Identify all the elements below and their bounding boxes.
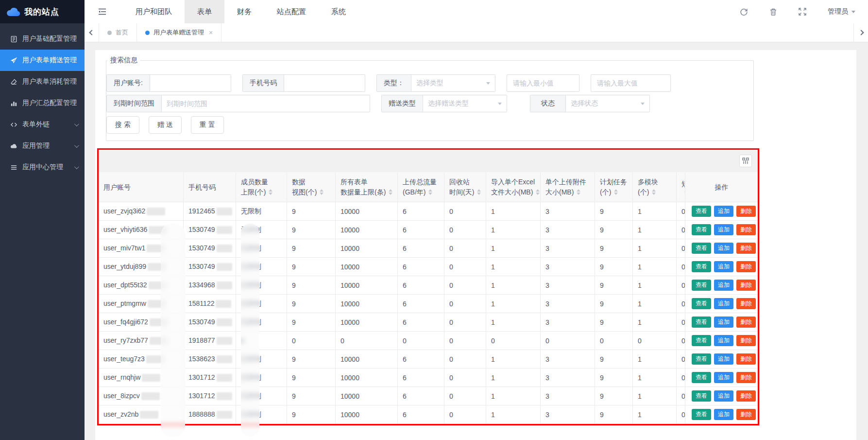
expire-range-input[interactable] [162, 95, 370, 112]
fullscreen-icon[interactable] [799, 8, 806, 16]
page-tab[interactable]: 用户表单赠送管理× [137, 23, 221, 42]
table-row: user_fq4gji6721530749无限制9100006013910查看追… [99, 313, 758, 332]
sort-icon[interactable] [652, 189, 656, 195]
delete-button[interactable]: 删除 [736, 298, 756, 309]
delete-button[interactable]: 删除 [736, 280, 756, 290]
user-dropdown[interactable]: 管理员 [828, 7, 855, 16]
value-cell: 6 [398, 405, 444, 424]
refresh-icon[interactable] [740, 8, 748, 16]
view-button[interactable]: 查看 [692, 243, 711, 253]
sort-icon[interactable] [428, 189, 432, 195]
top-nav-item[interactable]: 用户和团队 [123, 0, 185, 23]
status-select-value: 选择状态 [571, 99, 598, 108]
delete-button[interactable]: 删除 [736, 261, 756, 272]
column-header[interactable]: 导入单个Excel文件大小(MB) [486, 172, 541, 202]
sort-icon[interactable] [389, 189, 392, 195]
sort-icon[interactable] [536, 189, 540, 195]
column-header[interactable]: 多模块(个) [633, 172, 677, 202]
type-select[interactable]: 选择类型 [411, 75, 495, 91]
user-quota-table: 用户账号手机号码成员数量上限(个) 数据视图(个) 所有表单数据量上限(条) 上… [99, 172, 758, 424]
column-header[interactable]: 上传总流量(GB/年) [398, 172, 444, 202]
append-button[interactable]: 追加 [714, 298, 733, 309]
account-input[interactable] [150, 75, 231, 91]
tabs-scroll-left-icon[interactable] [85, 23, 99, 42]
sidebar-item[interactable]: 应用中心管理 [0, 157, 85, 178]
append-button[interactable]: 追加 [714, 335, 733, 346]
delete-button[interactable]: 删除 [736, 390, 756, 401]
append-button[interactable]: 追加 [714, 390, 733, 401]
column-header[interactable]: 成员数量上限(个) [236, 172, 287, 202]
append-button[interactable]: 追加 [714, 280, 733, 290]
status-select[interactable]: 选择状态 [566, 95, 649, 112]
view-button[interactable]: 查看 [692, 261, 711, 272]
delete-button[interactable]: 删除 [736, 335, 756, 346]
append-button[interactable]: 追加 [714, 243, 733, 253]
view-button[interactable]: 查看 [692, 409, 711, 420]
view-button[interactable]: 查看 [692, 372, 711, 383]
column-header[interactable]: 所有表单数据量上限(条) [336, 172, 398, 202]
redacted-text [150, 318, 168, 326]
phone-cell: 1912465 [184, 202, 236, 221]
gift-type-select[interactable]: 选择赠送类型 [423, 95, 507, 112]
view-button[interactable]: 查看 [692, 224, 711, 235]
page-tab[interactable]: 首页 [99, 23, 137, 42]
view-button[interactable]: 查看 [692, 206, 711, 216]
sort-icon[interactable] [577, 189, 580, 195]
view-button[interactable]: 查看 [692, 298, 711, 309]
column-settings-button[interactable] [739, 155, 752, 167]
sort-icon[interactable] [269, 189, 272, 195]
view-button[interactable]: 查看 [692, 317, 711, 327]
column-header[interactable]: 数据视图(个) [287, 172, 336, 202]
sort-icon[interactable] [614, 189, 618, 195]
phone-input[interactable] [284, 75, 365, 91]
append-button[interactable]: 追加 [714, 224, 733, 235]
min-value-input[interactable] [507, 74, 579, 92]
sidebar-item[interactable]: 表单外链 [0, 114, 85, 135]
append-button[interactable]: 追加 [714, 353, 733, 364]
tab-close-icon[interactable]: × [209, 29, 213, 36]
value-cell: 3 [541, 258, 595, 276]
gift-button[interactable]: 赠 送 [149, 116, 182, 134]
view-button[interactable]: 查看 [692, 353, 711, 364]
tabs-scroll-right-icon[interactable] [853, 23, 868, 42]
delete-button[interactable]: 删除 [736, 372, 756, 383]
column-header[interactable]: 单个上传附件大小(MB) [541, 172, 595, 202]
search-button[interactable]: 搜 索 [106, 116, 139, 134]
delete-button[interactable]: 删除 [736, 206, 756, 216]
append-button[interactable]: 追加 [714, 372, 733, 383]
menu-collapse-icon[interactable] [98, 8, 106, 16]
view-button[interactable]: 查看 [692, 335, 711, 346]
reset-button[interactable]: 重 置 [191, 116, 224, 134]
redacted-text [147, 208, 165, 215]
value-cell: 9 [595, 313, 633, 332]
top-nav-item[interactable]: 表单 [185, 0, 224, 23]
column-header[interactable]: 回收站时间(天) [444, 172, 486, 202]
column-header[interactable]: 计划任务(个) [595, 172, 633, 202]
append-button[interactable]: 追加 [714, 409, 733, 420]
sidebar-item[interactable]: 用户汇总配置管理 [0, 92, 85, 114]
top-nav-item[interactable]: 财务 [224, 0, 264, 23]
sort-icon[interactable] [320, 189, 323, 195]
logo[interactable]: 我的站点 [0, 0, 85, 23]
sidebar-item[interactable]: 用户基础配置管理 [0, 28, 85, 50]
delete-button[interactable]: 删除 [736, 317, 756, 327]
sort-icon[interactable] [477, 189, 481, 195]
trash-icon[interactable] [769, 8, 777, 16]
max-value-input[interactable] [591, 74, 671, 92]
top-nav-item[interactable]: 站点配置 [264, 0, 319, 23]
append-button[interactable]: 追加 [714, 206, 733, 216]
delete-button[interactable]: 删除 [736, 353, 756, 364]
sidebar-item[interactable]: 应用管理 [0, 135, 85, 157]
top-nav-item[interactable]: 系统 [319, 0, 358, 23]
append-button[interactable]: 追加 [714, 317, 733, 327]
delete-button[interactable]: 删除 [736, 243, 756, 253]
delete-button[interactable]: 删除 [736, 409, 756, 420]
actions-cell: 查看追加删除 [685, 313, 758, 332]
view-button[interactable]: 查看 [692, 390, 711, 401]
delete-button[interactable]: 删除 [736, 224, 756, 235]
view-button[interactable]: 查看 [692, 280, 711, 290]
sidebar-item[interactable]: 用户表单赠送管理 [0, 50, 85, 71]
append-button[interactable]: 追加 [714, 261, 733, 272]
value-cell: 6 [398, 369, 444, 387]
sidebar-item[interactable]: 用户表单消耗管理 [0, 71, 85, 92]
